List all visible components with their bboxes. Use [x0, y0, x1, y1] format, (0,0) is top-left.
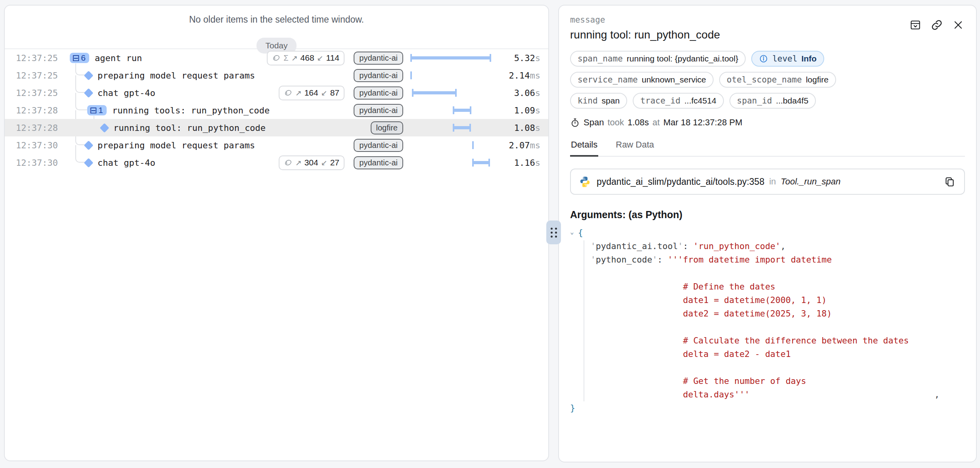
stopwatch-icon — [570, 118, 580, 128]
close-icon[interactable] — [951, 18, 965, 32]
info-icon — [759, 54, 768, 63]
trace-row-running-tool-selected[interactable]: 12:37:28 running tool: run_python_code l… — [5, 119, 548, 136]
span-duration: 1.08s — [496, 123, 540, 133]
arguments-code-block: ⌄{ 'pydantic_ai.tool': 'run_python_code'… — [570, 226, 965, 415]
output-tokens-arrow-icon: ↙ — [317, 54, 323, 63]
span-duration: 1.16s — [496, 158, 540, 168]
collapse-minus-icon: ⊟ — [72, 54, 80, 63]
span-detail-panel: message running tool: run_python_code — [558, 5, 977, 462]
span-duration-bar — [410, 54, 493, 62]
copy-icon[interactable] — [943, 175, 956, 188]
row-timestamp: 12:37:30 — [16, 140, 67, 150]
span-duration: 3.06s — [496, 88, 540, 98]
python-logo-icon — [579, 176, 591, 188]
indent-guide — [584, 240, 584, 401]
span-duration-bar — [410, 89, 493, 97]
trace-row-chat-gpt4o[interactable]: 12:37:25 chat gpt-4o ↗164 ↙87 pydantic-a… — [5, 84, 548, 102]
attribute-pill-span-id[interactable]: span_id...bda4f5 — [729, 93, 816, 109]
token-coin-icon — [284, 159, 293, 167]
span-took-line: Span took 1.08s at Mar 18 12:37:28 PM — [570, 117, 965, 128]
trace-row-running-tools[interactable]: 12:37:28 ⊟1 running tools: run_python_co… — [5, 102, 548, 119]
trace-row-preparing-params-2[interactable]: 12:37:30 preparing model request params … — [5, 136, 548, 154]
sum-icon: Σ — [283, 54, 288, 63]
span-duration-bar — [410, 124, 493, 132]
source-location-link[interactable]: pydantic_ai_slim/pydantic_ai/tools.py:35… — [570, 169, 965, 195]
log-diamond-icon — [84, 140, 93, 150]
row-timestamp: 12:37:25 — [16, 88, 67, 98]
log-diamond-icon — [100, 123, 109, 132]
tab-details[interactable]: Details — [570, 140, 598, 157]
token-coin-icon — [284, 89, 293, 97]
source-file-path: pydantic_ai_slim/pydantic_ai/tools.py:35… — [597, 176, 764, 187]
attribute-pill-kind[interactable]: kindspan — [570, 93, 627, 109]
span-duration: 5.32s — [496, 53, 540, 63]
span-duration: 2.14ms — [496, 71, 540, 81]
scope-tag: pydantic-ai — [354, 52, 403, 65]
trace-row-chat-gpt4o-2[interactable]: 12:37:30 chat gpt-4o ↗304 ↙27 pydantic-a… — [5, 154, 548, 171]
row-timestamp: 12:37:25 — [16, 71, 67, 81]
span-detail-title: running tool: run_python_code — [570, 29, 720, 41]
span-name: agent run — [95, 53, 142, 63]
span-duration: 2.07ms — [496, 140, 540, 150]
detail-tabs: Details Raw Data — [570, 140, 965, 157]
record-kind-label: message — [570, 15, 720, 25]
scope-tag: pydantic-ai — [354, 69, 403, 82]
span-duration-bar — [410, 106, 493, 114]
trace-row-preparing-params[interactable]: 12:37:25 preparing model request params … — [5, 67, 548, 84]
span-name: chat gpt-4o — [98, 88, 155, 98]
source-scope: Tool._run_span — [781, 176, 840, 187]
row-timestamp: 12:37:30 — [16, 158, 67, 168]
scope-tag: logfire — [371, 121, 403, 134]
span-duration-bar — [410, 141, 493, 149]
span-name: chat gpt-4o — [98, 158, 155, 168]
span-name: running tools: run_python_code — [112, 105, 270, 115]
empty-window-message: No older items in the selected time wind… — [5, 14, 548, 25]
row-timestamp: 12:37:28 — [16, 105, 67, 115]
scope-tag: pydantic-ai — [354, 86, 403, 100]
scope-tag: pydantic-ai — [354, 139, 403, 152]
span-name: running tool: run_python_code — [113, 123, 266, 133]
tab-raw-data[interactable]: Raw Data — [615, 140, 655, 156]
archive-icon[interactable] — [909, 18, 922, 32]
collapse-minus-icon: ⊟ — [90, 106, 97, 115]
trace-row-agent-run[interactable]: 12:37:25 ⊟6 agent run Σ ↗468 ↙114 pydant… — [5, 49, 548, 67]
trace-rows: 12:37:25 ⊟6 agent run Σ ↗468 ↙114 pydant… — [5, 49, 548, 171]
token-usage-badge: ↗304 ↙27 — [279, 155, 345, 170]
span-duration-bar — [410, 71, 493, 79]
token-usage-badge: Σ ↗468 ↙114 — [267, 51, 345, 65]
collapse-count-badge[interactable]: ⊟6 — [70, 53, 89, 63]
collapse-count-badge[interactable]: ⊟1 — [87, 105, 107, 115]
input-tokens-arrow-icon: ↗ — [295, 88, 302, 98]
token-coin-icon — [272, 54, 281, 62]
log-diamond-icon — [84, 71, 93, 80]
input-tokens-arrow-icon: ↗ — [291, 54, 298, 63]
span-name: preparing model request params — [98, 71, 255, 81]
level-badge[interactable]: levelInfo — [751, 51, 824, 67]
link-icon[interactable] — [930, 18, 944, 32]
row-timestamp: 12:37:28 — [16, 123, 67, 133]
scope-tag: pydantic-ai — [354, 104, 403, 117]
attribute-pill-trace-id[interactable]: trace_id...fc4514 — [633, 93, 724, 109]
attribute-pill-otel-scope[interactable]: otel_scope_namelogfire — [719, 72, 836, 88]
span-duration-bar — [410, 159, 493, 167]
token-usage-badge: ↗164 ↙87 — [279, 86, 345, 100]
panel-resize-handle[interactable] — [546, 221, 561, 244]
arguments-heading: Arguments: (as Python) — [570, 209, 965, 221]
log-diamond-icon — [84, 88, 93, 98]
input-tokens-arrow-icon: ↗ — [295, 158, 302, 167]
attribute-pill-service-name[interactable]: service_nameunknown_service — [570, 72, 714, 88]
attribute-pill-span-name[interactable]: span_namerunning tool: {pydantic_ai.tool… — [570, 51, 746, 67]
trace-list-header: No older items in the selected time wind… — [5, 6, 548, 49]
trace-list-panel: No older items in the selected time wind… — [4, 5, 549, 461]
log-diamond-icon — [84, 158, 93, 167]
span-name: preparing model request params — [98, 140, 255, 150]
source-in-label: in — [769, 176, 776, 187]
row-timestamp: 12:37:25 — [16, 53, 67, 63]
output-tokens-arrow-icon: ↙ — [321, 88, 327, 98]
output-tokens-arrow-icon: ↙ — [321, 158, 327, 167]
span-attributes: span_namerunning tool: {pydantic_ai.tool… — [570, 51, 965, 109]
logfire-trace-view: No older items in the selected time wind… — [0, 0, 980, 468]
scope-tag: pydantic-ai — [354, 156, 403, 169]
span-duration: 1.09s — [496, 105, 540, 115]
